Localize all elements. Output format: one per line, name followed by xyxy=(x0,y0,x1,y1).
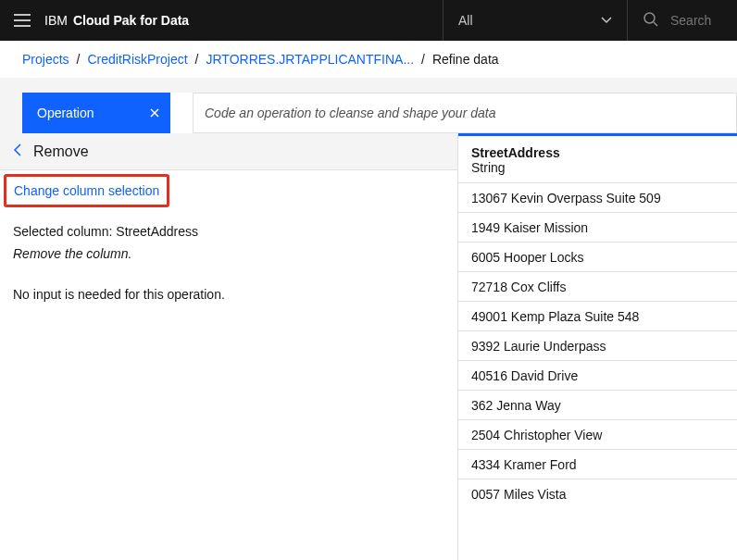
table-row[interactable]: 49001 Kemp Plaza Suite 548 xyxy=(458,301,737,330)
operation-tab-label: Operation xyxy=(37,106,94,120)
breadcrumb: Projects / CreditRiskProject / JRTORRES.… xyxy=(0,41,737,78)
code-placeholder: Code an operation to cleanse and shape y… xyxy=(205,106,495,120)
menu-icon[interactable] xyxy=(0,0,44,41)
table-row[interactable]: 0057 Miles Vista xyxy=(458,479,737,508)
search-input[interactable] xyxy=(670,13,726,28)
operation-description: Remove the column. xyxy=(13,246,444,261)
data-preview: StreetAddress String 13067 Kevin Overpas… xyxy=(457,133,737,560)
selected-column-text: Selected column: StreetAddress xyxy=(13,224,444,239)
breadcrumb-sep: / xyxy=(77,52,81,67)
svg-point-3 xyxy=(644,13,655,23)
scope-label: All xyxy=(458,13,473,28)
table-row[interactable]: 13067 Kevin Overpass Suite 509 xyxy=(458,182,737,212)
table-row[interactable]: 362 Jenna Way xyxy=(458,390,737,419)
breadcrumb-sep: / xyxy=(195,52,199,67)
search[interactable] xyxy=(628,11,737,31)
scope-dropdown[interactable]: All xyxy=(443,0,628,41)
table-row[interactable]: 72718 Cox Cliffs xyxy=(458,271,737,301)
breadcrumb-current: Refine data xyxy=(432,52,499,67)
brand-prefix: IBM xyxy=(44,13,68,28)
table-row[interactable]: 1949 Kaiser Mission xyxy=(458,212,737,242)
panel-header: Remove xyxy=(0,133,457,170)
close-icon[interactable] xyxy=(150,106,159,120)
table-row[interactable]: 40516 David Drive xyxy=(458,360,737,390)
column-header[interactable]: StreetAddress String xyxy=(458,133,737,182)
brand: IBM Cloud Pak for Data xyxy=(44,13,189,28)
svg-line-4 xyxy=(654,22,657,26)
top-bar: IBM Cloud Pak for Data All xyxy=(0,0,737,41)
search-icon xyxy=(643,11,659,31)
breadcrumb-link-project[interactable]: CreditRiskProject xyxy=(87,52,187,67)
change-column-selection-link[interactable]: Change column selection xyxy=(14,183,159,198)
table-row[interactable]: 9392 Laurie Underpass xyxy=(458,330,737,360)
no-input-text: No input is needed for this operation. xyxy=(13,287,444,302)
table-row[interactable]: 2504 Christopher View xyxy=(458,419,737,449)
panel-title: Remove xyxy=(33,143,89,160)
table-row[interactable]: 6005 Hooper Locks xyxy=(458,242,737,271)
brand-product: Cloud Pak for Data xyxy=(73,13,189,28)
chevron-down-icon xyxy=(601,17,612,24)
back-icon[interactable] xyxy=(13,143,22,160)
breadcrumb-link-projects[interactable]: Projects xyxy=(22,52,69,67)
operation-panel: Remove Change column selection Selected … xyxy=(0,133,457,560)
breadcrumb-link-asset[interactable]: JRTORRES.JRTAPPLICANTFINA... xyxy=(206,52,415,67)
breadcrumb-sep: / xyxy=(421,52,425,67)
highlight-box: Change column selection xyxy=(4,174,169,207)
column-name: StreetAddress xyxy=(471,145,724,160)
column-type: String xyxy=(471,160,724,175)
code-input[interactable]: Code an operation to cleanse and shape y… xyxy=(193,93,737,133)
operation-row: Operation Code an operation to cleanse a… xyxy=(0,93,737,133)
table-row[interactable]: 4334 Kramer Ford xyxy=(458,449,737,479)
operation-tab[interactable]: Operation xyxy=(22,93,170,133)
